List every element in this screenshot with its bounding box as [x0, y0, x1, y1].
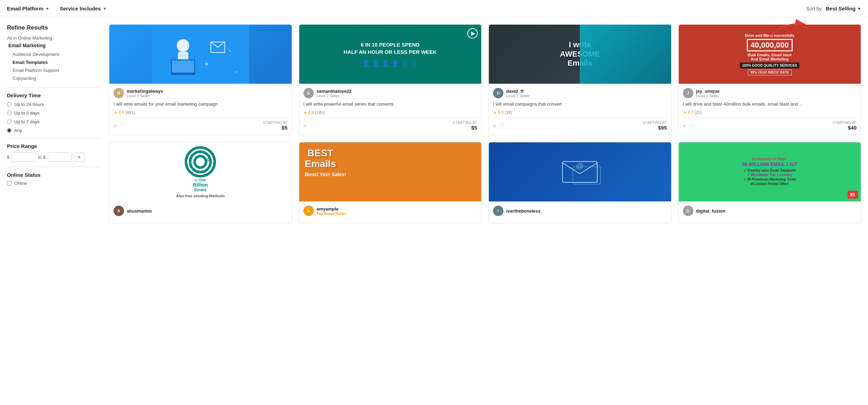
gig-title-4[interactable]: I will drive and blast 40million bulk em… [683, 101, 857, 107]
img-text-8e: ✓ 30 Premiiuim Marketing Tools [743, 177, 796, 181]
gig-actions-3: ≡ ♡ [493, 123, 504, 129]
play-icon-2[interactable]: ▶ [467, 28, 478, 39]
delivery-24h-label: Up to 24 hours [14, 102, 44, 107]
gig-title-1[interactable]: I will write emails for your email marke… [114, 101, 287, 107]
svg-rect-1 [152, 25, 249, 84]
gig-price-area-3: STARTING AT $95 [643, 121, 667, 131]
seller-level-2: Level 2 Seller [317, 94, 352, 98]
gig-title-2[interactable]: I will write powerful email series that … [303, 101, 477, 107]
gig-rating-4: ★ 4.7 (20) [683, 110, 857, 115]
price-from-symbol: $ [7, 155, 9, 160]
gig-seller-1: M marketingalways Level 2 Seller [114, 88, 287, 98]
gig-price-2: $5 [453, 125, 477, 131]
sidebar-breadcrumb[interactable]: All in Online Marketing [7, 35, 101, 41]
email-platform-label: Email Platform [7, 6, 43, 11]
gig-image-text-2: 6 IN 10 PEOPLE SPENDHALF AN HOUR OR LESS… [344, 41, 437, 56]
seller-name-7[interactable]: ivartheboneless [506, 208, 541, 214]
sidebar-item-email-platform-support[interactable]: Email Platform Support [7, 66, 101, 74]
menu-icon-4[interactable]: ≡ [683, 123, 686, 129]
gig-image-7[interactable]: @ [489, 142, 671, 201]
sort-dropdown[interactable]: Best Selling ▼ [826, 6, 861, 11]
price-to-input[interactable] [48, 152, 72, 162]
seller-name-1[interactable]: marketingalways [127, 89, 163, 94]
sidebar-item-email-templates[interactable]: Email Templates [7, 58, 101, 66]
rating-count-3: (39) [505, 110, 512, 115]
email-platform-filter[interactable]: Email Platform ▼ [7, 6, 49, 11]
delivery-7days[interactable]: Up to 7 days [7, 119, 101, 124]
seller-name-3[interactable]: david_ff [506, 89, 529, 94]
gig-image-6[interactable]: BESTEmails Boost Your Sales! [299, 142, 482, 201]
gig-body-8: D digital_fusion [679, 201, 861, 223]
gig-title-3[interactable]: I will email campaigns that convert [493, 101, 667, 107]
delivery-time-title: Delivery Time [7, 92, 101, 98]
starting-at-label-2: STARTING AT [453, 121, 477, 125]
heart-icon-4[interactable]: ♡ [689, 123, 694, 129]
gig-card-2: 6 IN 10 PEOPLE SPENDHALF AN HOUR OR LESS… [299, 24, 482, 135]
price-range-title: Price Range [7, 143, 101, 149]
seller-info-1: marketingalways Level 2 Seller [127, 89, 163, 98]
heart-icon-1[interactable]: ♡ [120, 123, 125, 129]
gig-footer-1: ≡ ♡ STARTING AT $5 [114, 118, 287, 131]
seller-name-6[interactable]: amyample [317, 206, 347, 212]
seller-name-5[interactable]: aliusmantm [127, 208, 152, 214]
sort-value-label: Best Selling [826, 6, 856, 11]
service-includes-filter[interactable]: Service Includes ▼ [60, 6, 107, 11]
gig-image-3[interactable]: I writeAWESOMEEmails [489, 25, 671, 84]
delivery-any[interactable]: Any [7, 128, 101, 133]
rating-num-1: 4.9 [118, 110, 124, 115]
gig-seller-2: S samanthalove22 Level 2 Seller [303, 88, 477, 98]
rating-count-2: (180) [315, 110, 325, 115]
seller-level-6: Top Rated Seller [317, 212, 347, 216]
menu-icon-2[interactable]: ≡ [303, 123, 307, 129]
heart-icon-3[interactable]: ♡ [500, 123, 504, 129]
gig-image-2[interactable]: 6 IN 10 PEOPLE SPENDHALF AN HOUR OR LESS… [299, 25, 482, 84]
main-category[interactable]: Email Marketing [7, 43, 101, 48]
sidebar-item-audience-development[interactable]: Audience Development [7, 50, 101, 58]
gig-card-6: BESTEmails Boost Your Sales! A amyample … [299, 142, 482, 223]
sidebar-item-copywriting[interactable]: Copywriting [7, 74, 101, 82]
svg-point-2 [177, 39, 189, 52]
gig-body-7: I ivartheboneless [489, 201, 671, 223]
heart-icon-2[interactable]: ♡ [310, 123, 314, 129]
seller-info-8: digital_fusion [696, 208, 726, 214]
seller-avatar-2: S [303, 88, 314, 98]
online-status-online[interactable]: Online [7, 181, 101, 186]
seller-name-8[interactable]: digital_fusion [696, 208, 726, 214]
price-from-input[interactable] [11, 152, 36, 162]
seller-level-1: Level 2 Seller [127, 94, 163, 98]
star-icon-1: ★ [114, 110, 117, 115]
gig-price-area-1: STARTING AT $5 [263, 121, 287, 131]
gig-image-1[interactable]: ✦ ✦ ✦ [109, 25, 292, 84]
star-icon-4: ★ [683, 110, 687, 115]
menu-icon-1[interactable]: ≡ [114, 123, 117, 129]
seller-name-4[interactable]: jay_unique [696, 89, 720, 94]
gig-body-6: A amyample Top Rated Seller [299, 201, 482, 223]
gig-price-1: $5 [263, 125, 287, 131]
gig-grid: ✦ ✦ ✦ M marketingalways Level 2 Seller [109, 24, 861, 223]
gig-seller-6: A amyample Top Rated Seller [303, 206, 477, 216]
gig-price-4: $40 [833, 125, 857, 131]
svg-text:@: @ [576, 162, 584, 170]
gig-price-area-4: STARTING AT $40 [833, 121, 857, 131]
gig-footer-3: ≡ ♡ STARTING AT $95 [493, 118, 667, 131]
starting-at-label-1: STARTING AT [263, 121, 287, 125]
menu-icon-3[interactable]: ≡ [493, 123, 496, 129]
seller-avatar-3: D [493, 88, 503, 98]
gig-body-5: A aliusmantm [109, 201, 292, 223]
gig-image-8[interactable]: Exclusively on Fiverr 95 MILLION EMAIL L… [679, 142, 861, 201]
sort-area: Sort by: Best Selling ▼ [806, 6, 861, 11]
gig-image-4[interactable]: Drive and Blast succesfully 40,000,000 B… [679, 25, 861, 84]
gig-body-3: D david_ff Level 2 Seller I will email c… [489, 84, 671, 135]
seller-info-6: amyample Top Rated Seller [317, 206, 347, 216]
online-checkbox[interactable] [7, 181, 11, 185]
gig-card-7: @ I ivartheboneless [489, 142, 671, 223]
price-range-go-button[interactable]: > [74, 152, 84, 162]
delivery-3days[interactable]: Up to 3 days [7, 110, 101, 116]
content-area: ✦ ✦ ✦ M marketingalways Level 2 Seller [109, 24, 861, 223]
online-label: Online [14, 181, 27, 186]
delivery-24h[interactable]: Up to 24 hours [7, 102, 101, 107]
seller-name-2[interactable]: samanthalove22 [317, 89, 352, 94]
gig-image-5[interactable]: ⊙ ⊙ ⊙ OneBillionEmails Also free sending… [109, 142, 292, 201]
gig-card-5: ⊙ ⊙ ⊙ OneBillionEmails Also free sending… [109, 142, 292, 223]
gig-actions-1: ≡ ♡ [114, 123, 125, 129]
